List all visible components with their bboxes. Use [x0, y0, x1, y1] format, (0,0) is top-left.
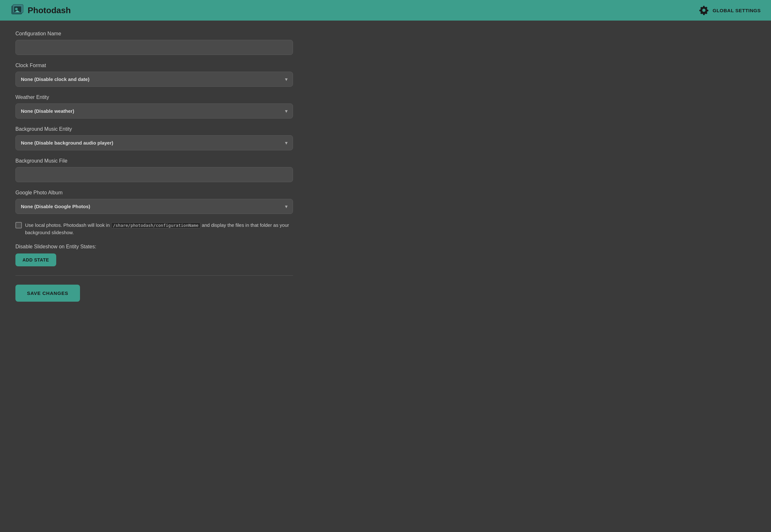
- weather-entity-select-wrapper: None (Disable weather) ▼: [15, 103, 293, 119]
- local-photos-checkbox[interactable]: [15, 222, 22, 228]
- config-name-input[interactable]: [15, 40, 293, 55]
- weather-entity-label: Weather Entity: [15, 94, 293, 100]
- bg-music-entity-group: Background Music Entity None (Disable ba…: [15, 126, 293, 150]
- app-name: Photodash: [28, 5, 71, 15]
- google-photo-album-select-wrapper: None (Disable Google Photos) ▼: [15, 199, 293, 214]
- config-name-label: Configuration Name: [15, 31, 293, 37]
- bg-music-file-label: Background Music File: [15, 158, 293, 164]
- disable-slideshow-label: Disable Slideshow on Entity States:: [15, 244, 293, 250]
- form-divider: [15, 275, 293, 276]
- local-photos-label: Use local photos. Photodash will look in…: [25, 222, 293, 236]
- google-photo-album-group: Google Photo Album None (Disable Google …: [15, 190, 293, 214]
- weather-entity-select[interactable]: None (Disable weather): [15, 103, 293, 119]
- local-photos-row: Use local photos. Photodash will look in…: [15, 222, 293, 236]
- disable-slideshow-group: Disable Slideshow on Entity States: ADD …: [15, 244, 293, 266]
- svg-point-3: [15, 8, 18, 10]
- clock-format-group: Clock Format None (Disable clock and dat…: [15, 63, 293, 87]
- save-changes-button[interactable]: SAVE CHANGES: [15, 285, 80, 302]
- clock-format-label: Clock Format: [15, 63, 293, 68]
- config-name-group: Configuration Name: [15, 31, 293, 55]
- bg-music-entity-select[interactable]: None (Disable background audio player): [15, 135, 293, 150]
- app-header: Photodash GLOBAL SETTINGS: [0, 0, 771, 21]
- clock-format-select-wrapper: None (Disable clock and date) 12-hour 24…: [15, 72, 293, 87]
- local-photos-path: /share/photodash/configurationName: [111, 222, 200, 228]
- gear-icon: [699, 5, 709, 15]
- global-settings-button[interactable]: GLOBAL SETTINGS: [699, 5, 761, 15]
- global-settings-label: GLOBAL SETTINGS: [713, 8, 761, 13]
- bg-music-entity-label: Background Music Entity: [15, 126, 293, 132]
- weather-entity-group: Weather Entity None (Disable weather) ▼: [15, 94, 293, 119]
- google-photo-album-label: Google Photo Album: [15, 190, 293, 196]
- bg-music-file-input[interactable]: [15, 167, 293, 182]
- app-logo: Photodash: [10, 3, 71, 17]
- local-photos-label-prefix: Use local photos. Photodash will look in: [25, 222, 111, 228]
- google-photo-album-select[interactable]: None (Disable Google Photos): [15, 199, 293, 214]
- clock-format-select[interactable]: None (Disable clock and date) 12-hour 24…: [15, 72, 293, 87]
- main-content: Configuration Name Clock Format None (Di…: [0, 21, 308, 317]
- app-logo-icon: [10, 3, 24, 17]
- add-state-button[interactable]: ADD STATE: [15, 253, 56, 266]
- bg-music-entity-select-wrapper: None (Disable background audio player) ▼: [15, 135, 293, 150]
- bg-music-file-group: Background Music File: [15, 158, 293, 182]
